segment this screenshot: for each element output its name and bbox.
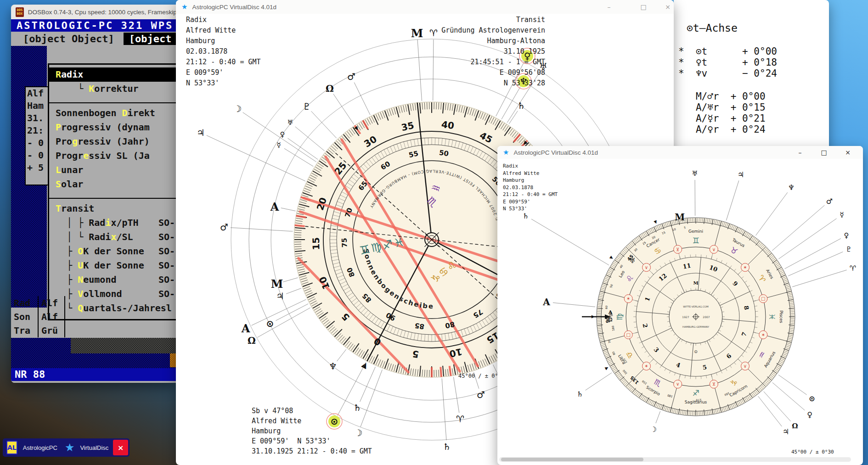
dos-menu-item[interactable]: Sonnenbogen Direkt xyxy=(49,106,176,120)
svg-text:Gemini: Gemini xyxy=(688,229,703,234)
neptune-glyph: ♆ xyxy=(788,183,795,192)
scrollbar-thumb[interactable] xyxy=(501,458,643,461)
pluto-glyph: ♇ xyxy=(845,245,851,253)
meridian-glyph: M xyxy=(675,212,685,223)
achse-row: A/♀r + 0°24 xyxy=(678,124,766,135)
svg-text:60: 60 xyxy=(604,305,608,309)
taskbar-close-button[interactable]: × xyxy=(113,440,128,455)
svg-text:♍: ♍ xyxy=(615,313,624,320)
svg-text:∨: ∨ xyxy=(645,265,648,270)
svg-text:∨: ∨ xyxy=(676,381,679,387)
astrologicpc-icon[interactable]: AL xyxy=(6,441,17,454)
svg-text:⊻: ⊻ xyxy=(712,381,716,387)
sb-info-block: Sb v 47°08Alfred WitteHamburgE 009°59' N… xyxy=(252,406,372,456)
dosbox-titlebar[interactable]: DOSBOX DOSBox 0.74-3, Cpu speed: 10000 c… xyxy=(11,5,176,19)
dos-menu-tab[interactable]: [object Object] xyxy=(23,33,114,45)
dos-menu-item[interactable] xyxy=(49,191,176,199)
dos-menu-item[interactable]: ├ NeumondSO- xyxy=(49,273,176,287)
aries-point-glyph: ♈ xyxy=(850,264,856,273)
dos-menu-item[interactable]: └ Korrektur xyxy=(49,82,176,96)
svg-text:▲: ▲ xyxy=(609,255,614,260)
svg-text:⊻: ⊻ xyxy=(676,247,679,252)
svg-text:▲: ▲ xyxy=(361,360,370,370)
small-orb-status: 45°00 / ± 0°30 xyxy=(791,449,834,455)
dos-bottom-row: RadAlf xyxy=(12,296,65,310)
node-glyph: Ω xyxy=(248,335,256,346)
node-glyph: Ω xyxy=(792,422,798,430)
sb-info-line: Alfred Witte xyxy=(252,416,372,426)
dos-menu-item[interactable]: │ └ Radix/SLSO- xyxy=(49,230,176,244)
venus-glyph: ♀ xyxy=(807,410,812,419)
dos-menu-item[interactable] xyxy=(49,96,176,103)
svg-text:40: 40 xyxy=(441,119,455,132)
svg-text:✶: ✶ xyxy=(743,265,747,270)
transit-info-line: E 009°56'08 xyxy=(369,67,545,78)
svg-text:✶: ✶ xyxy=(761,332,765,337)
venus-glyph: ♀ xyxy=(844,231,849,240)
svg-text:85: 85 xyxy=(414,321,425,331)
radix-info-line: E 009°59' xyxy=(186,67,261,78)
achse-row: * ⊙t + 0°00 xyxy=(678,46,777,57)
neptune-glyph: ♆ xyxy=(329,361,337,372)
small-info-line: Radix xyxy=(503,162,558,170)
dos-app-title: ASTROLOGIC-PC 321 WPS xyxy=(11,19,176,32)
svg-text:□: □ xyxy=(761,296,765,301)
astrologicpc-taskbar-label[interactable]: AstrologicPC xyxy=(23,444,57,451)
radix-info-block: RadixAlfred WitteHamburg02.03.187821:12 … xyxy=(186,15,261,89)
sun-glyph: ⊙ xyxy=(809,394,815,403)
svg-text:15: 15 xyxy=(310,237,322,250)
dos-bottom-row: TraGrü xyxy=(12,324,65,337)
svg-text:Ω: Ω xyxy=(608,317,612,323)
desktop: { "dosbox": { "titlebar": "DOSBox 0.74-3… xyxy=(0,0,868,465)
sb-info-line: Sb v 47°08 xyxy=(252,406,372,416)
dos-menu-item[interactable]: Lunar xyxy=(49,163,176,177)
uranus-glyph: ♅ xyxy=(692,169,698,178)
small-info-line: Hamburg xyxy=(503,177,558,184)
sun-glyph: ⊙ xyxy=(266,318,274,329)
svg-text:▲: ▲ xyxy=(654,220,658,225)
dos-menu-item[interactable]: └ Quartals-/Jahresl xyxy=(49,301,176,315)
svg-text:∨: ∨ xyxy=(744,364,747,369)
dos-menu-item[interactable]: ├ UK der SonneSO- xyxy=(49,258,176,273)
small-info-block: RadixAlfred WitteHamburg02.03.187821:12 … xyxy=(503,162,558,213)
dos-menu-item[interactable]: Progressiv (dynam xyxy=(49,120,176,134)
dos-menu-tab[interactable]: [object Object] xyxy=(124,33,176,45)
ascendant-glyph: A xyxy=(270,200,279,213)
transit-info-block: TransitGründung AstrologenvereinHamburg-… xyxy=(369,15,545,89)
radix-info-line: Alfred Witte xyxy=(186,25,261,36)
dosbox-window: DOSBOX DOSBox 0.74-3, Cpu speed: 10000 c… xyxy=(11,5,176,383)
virtualdisc-taskbar-label[interactable]: VirtualDisc xyxy=(80,444,108,451)
dosbox-icon: DOSBOX xyxy=(16,7,24,17)
dos-menu-item[interactable]: Solar xyxy=(49,177,176,191)
aries-point-glyph: ♈ xyxy=(456,414,464,425)
dos-status-bar: NR 88 xyxy=(11,368,176,381)
dos-menu-item[interactable]: │ ├ Radix/pTHSO- xyxy=(49,216,176,230)
dos-menu-item[interactable]: Transit xyxy=(49,202,176,216)
horizontal-scrollbar[interactable] xyxy=(499,457,851,462)
svg-text:▲: ▲ xyxy=(604,365,610,370)
dos-menu-item[interactable]: ├ VollmondSO- xyxy=(49,287,176,301)
transit-info-line: Gründung Astrologenverein xyxy=(369,25,545,36)
meridian-glyph: M xyxy=(271,277,283,291)
virtualdisc-star-icon[interactable]: ★ xyxy=(65,441,75,454)
svg-text:Pisces: Pisces xyxy=(779,310,783,323)
uranus-glyph: ♅ xyxy=(629,257,635,265)
svg-text:2007: 2007 xyxy=(703,315,710,319)
dos-menu-item[interactable]: ├ OK der SonneSO- xyxy=(49,244,176,258)
transit-info-line: Transit xyxy=(369,15,545,25)
sb-info-line: Hamburg xyxy=(252,426,372,436)
mars-glyph: ♂ xyxy=(826,197,833,206)
dos-menu-item[interactable]: Progressiv SL (Ja xyxy=(49,149,176,163)
svg-text:M: M xyxy=(693,280,698,286)
achse-row: A/♅r + 0°15 xyxy=(678,102,766,113)
dos-menu-item[interactable]: Progressiv (Jahr) xyxy=(49,134,176,149)
svg-text:A: A xyxy=(608,309,613,315)
transit-info-line: 31.10.1925 xyxy=(369,46,545,57)
dos-dropdown-menu: Radix └ KorrekturSonnenbogen DirektProgr… xyxy=(48,63,176,320)
svg-text:♐: ♐ xyxy=(692,388,699,398)
transit-info-line: N 53°33'28 xyxy=(369,78,545,89)
dos-menu-item[interactable]: Radix xyxy=(49,67,176,82)
saturn-glyph: ♄ xyxy=(523,212,529,220)
radix-info-line: 21:12 - 0:40 = GMT xyxy=(186,57,261,67)
svg-text:✶: ✶ xyxy=(626,296,630,301)
